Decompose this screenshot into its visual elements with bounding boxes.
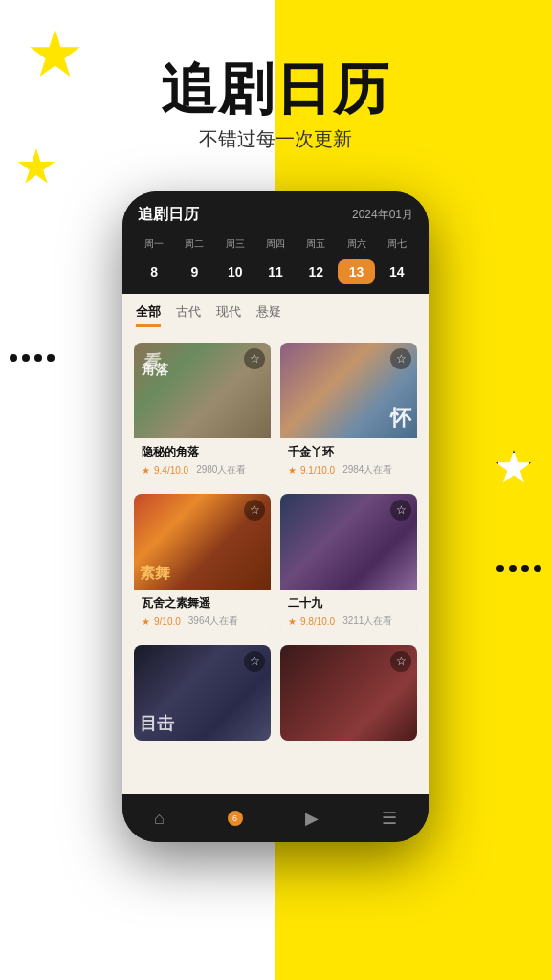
drama-viewers-1: 2980人在看 (196, 463, 246, 477)
date-9[interactable]: 9 (176, 259, 212, 284)
nav-more[interactable]: ☰ (382, 808, 397, 829)
drama-info-4: 二十九 ★ 9.8/10.0 3211人在看 (280, 590, 417, 635)
day-sat: 周六 (338, 234, 374, 254)
tab-mystery[interactable]: 悬疑 (256, 303, 281, 327)
nav-calendar[interactable]: 6 (228, 811, 243, 826)
date-label: 2024年01月 (352, 207, 413, 223)
bookmark-icon-1[interactable]: ☆ (244, 348, 265, 369)
date-11[interactable]: 11 (257, 259, 294, 284)
drama-meta-1: ★ 9.4/10.0 2980人在看 (142, 463, 263, 477)
app-title: 追剧日历 (138, 205, 199, 225)
thumb-text-2: 怀 (390, 404, 411, 433)
nav-home[interactable]: ⌂ (154, 809, 165, 829)
drama-title-2: 千金丫环 (288, 444, 409, 460)
nav-play[interactable]: ▶ (305, 808, 319, 829)
thumb-text-5: 目击 (140, 712, 174, 735)
dot-4 (47, 354, 55, 362)
date-10[interactable]: 10 (217, 259, 253, 284)
calendar: 周一 周二 周三 周四 周五 周六 周七 8 9 10 11 12 13 14 (122, 234, 429, 294)
drama-meta-2: ★ 9.1/10.0 2984人在看 (288, 463, 409, 477)
tab-modern[interactable]: 现代 (216, 303, 241, 327)
phone-screen: 追剧日历 2024年01月 周一 周二 周三 周四 周五 周六 周七 8 9 1… (122, 191, 429, 842)
bottom-nav: ⌂ 6 ▶ ☰ (122, 794, 429, 842)
day-tue: 周二 (176, 234, 212, 254)
bookmark-icon-5[interactable]: ☆ (244, 651, 265, 672)
date-12[interactable]: 12 (298, 259, 334, 284)
drama-thumb-5: 目击 ☆ (134, 645, 271, 741)
phone-mockup: 追剧日历 2024年01月 周一 周二 周三 周四 周五 周六 周七 8 9 1… (122, 191, 429, 842)
dot-8 (534, 565, 541, 572)
date-8[interactable]: 8 (136, 259, 172, 284)
thumb-text-1b: 角落 (142, 362, 168, 379)
dots-right-decoration (496, 565, 541, 572)
drama-thumb-3: 素舞 ☆ (134, 494, 271, 590)
star-icon-4: ★ (288, 616, 297, 627)
drama-viewers-3: 3964人在看 (188, 614, 238, 628)
drama-title-1: 隐秘的角落 (142, 444, 263, 460)
drama-title-3: 瓦舍之素舞遥 (142, 595, 263, 612)
day-fri: 周五 (298, 234, 334, 254)
tab-all[interactable]: 全部 (136, 303, 161, 327)
star-icon-1: ★ (142, 465, 150, 476)
sub-title: 不错过每一次更新 (199, 126, 352, 152)
drama-card-5[interactable]: 目击 ☆ (134, 645, 271, 741)
days-header: 周一 周二 周三 周四 周五 周六 周七 (136, 234, 415, 254)
phone-header: 追剧日历 2024年01月 (122, 191, 429, 234)
date-13[interactable]: 13 (338, 259, 374, 284)
dot-6 (509, 565, 517, 572)
main-title: 追剧日历 (161, 58, 390, 120)
day-thu: 周四 (257, 234, 294, 254)
dot-5 (496, 565, 504, 572)
drama-thumb-6: ☆ (280, 645, 417, 741)
drama-info-1: 隐秘的角落 ★ 9.4/10.0 2980人在看 (134, 438, 271, 484)
drama-rating-4: 9.8/10.0 (300, 616, 335, 627)
drama-card-1[interactable]: 看 角落 ☆ 隐秘的角落 ★ 9.4/10.0 2980人在看 (134, 343, 271, 484)
drama-card-6[interactable]: ☆ (280, 645, 417, 741)
drama-info-3: 瓦舍之素舞遥 ★ 9/10.0 3964人在看 (134, 590, 271, 635)
menu-icon: ☰ (382, 808, 397, 829)
dot-7 (521, 565, 529, 572)
home-icon: ⌂ (154, 809, 165, 829)
thumb-text-3: 素舞 (140, 564, 170, 584)
drama-viewers-2: 2984人在看 (342, 463, 392, 477)
drama-card-2[interactable]: 怀 ☆ 千金丫环 ★ 9.1/10.0 2984人在看 (280, 343, 417, 484)
dot-1 (10, 354, 17, 362)
drama-grid: 看 角落 ☆ 隐秘的角落 ★ 9.4/10.0 2980人在看 (134, 343, 417, 741)
calendar-badge: 6 (228, 811, 243, 826)
drama-card-4[interactable]: ☆ 二十九 ★ 9.8/10.0 3211人在看 (280, 494, 417, 635)
star-icon-2: ★ (288, 465, 297, 476)
drama-card-3[interactable]: 素舞 ☆ 瓦舍之素舞遥 ★ 9/10.0 3964人在看 (134, 494, 271, 635)
drama-thumb-1: 看 角落 ☆ (134, 343, 271, 438)
drama-thumb-2: 怀 ☆ (280, 343, 417, 438)
dots-left-decoration (10, 354, 55, 362)
day-wed: 周三 (217, 234, 253, 254)
drama-rating-2: 9.1/10.0 (300, 465, 335, 476)
bookmark-icon-3[interactable]: ☆ (244, 500, 265, 521)
tab-ancient[interactable]: 古代 (176, 303, 201, 327)
day-mon: 周一 (136, 234, 172, 254)
bookmark-icon-4[interactable]: ☆ (390, 500, 411, 521)
drama-thumb-4: ☆ (280, 494, 417, 590)
bookmark-icon-2[interactable]: ☆ (390, 348, 411, 369)
drama-viewers-4: 3211人在看 (342, 614, 392, 628)
date-14[interactable]: 14 (379, 259, 415, 284)
dot-3 (34, 354, 42, 362)
day-sun: 周七 (379, 234, 415, 254)
drama-title-4: 二十九 (288, 595, 409, 612)
play-icon: ▶ (305, 808, 319, 829)
drama-rating-1: 9.4/10.0 (154, 465, 188, 476)
drama-meta-4: ★ 9.8/10.0 3211人在看 (288, 614, 409, 628)
bookmark-icon-6[interactable]: ☆ (390, 651, 411, 672)
drama-info-2: 千金丫环 ★ 9.1/10.0 2984人在看 (280, 438, 417, 484)
category-tabs: 全部 古代 现代 悬疑 (122, 294, 429, 335)
drama-rating-3: 9/10.0 (154, 616, 181, 627)
dot-2 (22, 354, 30, 362)
drama-meta-3: ★ 9/10.0 3964人在看 (142, 614, 263, 628)
star-icon-3: ★ (142, 616, 150, 627)
calendar-dates: 8 9 10 11 12 13 14 (136, 259, 415, 284)
content-area: 看 角落 ☆ 隐秘的角落 ★ 9.4/10.0 2980人在看 (122, 335, 429, 794)
